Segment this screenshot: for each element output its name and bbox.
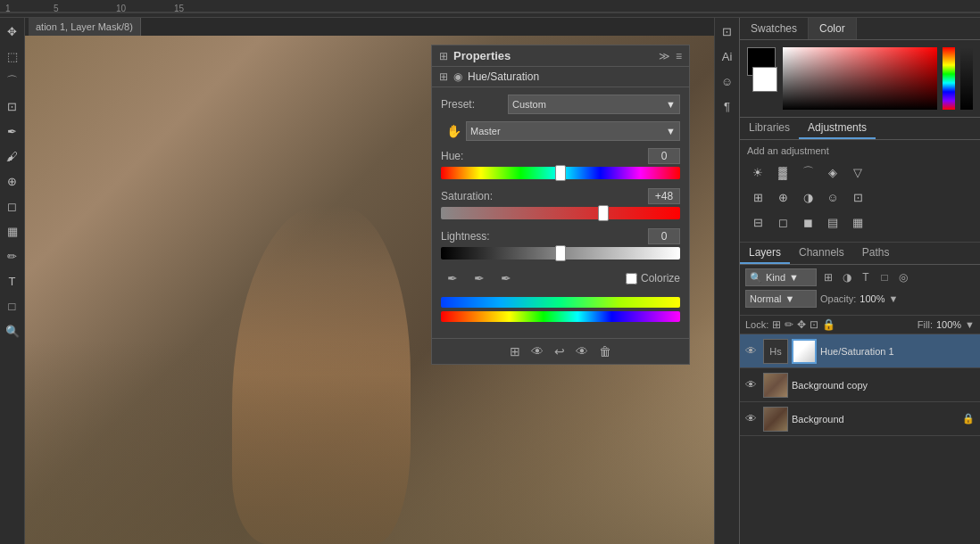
layer-item-2[interactable]: 👁 Background 🔒 (740, 402, 980, 436)
footer-reset-icon[interactable]: ↩ (554, 344, 565, 359)
panel-toolbar: ⊞ ◉ Hue/Saturation (432, 67, 689, 87)
adj-bw-icon[interactable]: ◑ (797, 186, 818, 208)
kind-row: 🔍 Kind ▼ ⊞ ◑ T □ ◎ (745, 268, 975, 286)
lock-draw-icon[interactable]: ✏ (785, 318, 793, 331)
text-tool[interactable]: T (3, 271, 22, 291)
clone-tool[interactable]: ⊕ (3, 171, 22, 191)
saturation-track[interactable] (441, 207, 680, 219)
move-tool[interactable]: ✥ (3, 21, 22, 41)
canvas-tab[interactable]: ation 1, Layer Mask/8) (29, 18, 141, 36)
hue-thumb[interactable] (555, 165, 566, 181)
sample-tool-2[interactable]: ✒ (469, 268, 489, 288)
lightness-slider-row: Lightness: 0 (441, 228, 680, 260)
color-hue-strip[interactable] (943, 47, 955, 110)
adj-curves-icon[interactable]: ⌒ (797, 161, 818, 183)
adj-photo-icon[interactable]: ☺ (822, 186, 843, 208)
lock-all-icon[interactable]: 🔒 (822, 318, 835, 331)
adj-vibrance-icon[interactable]: ▽ (847, 161, 868, 183)
adj-threshold-icon[interactable]: ▤ (822, 211, 843, 233)
opacity-row: Opacity: 100% ▼ (820, 293, 898, 304)
gradient-tool[interactable]: ▦ (3, 221, 22, 241)
channels-tab[interactable]: Channels (790, 243, 853, 264)
eyedropper-tool[interactable]: ✒ (3, 121, 22, 141)
sample-tool-1[interactable]: ✒ (443, 268, 462, 288)
colorize-label: Colorize (641, 272, 680, 284)
left-toolbar: ✥ ⬚ ⌒ ⊡ ✒ 🖌 ⊕ ◻ ▦ ✏ T □ 🔍 (0, 18, 25, 544)
libraries-tab[interactable]: Libraries (740, 118, 799, 139)
layer-text-icon[interactable]: T (858, 269, 874, 285)
hue-track[interactable] (441, 167, 680, 179)
panel-menu-icon[interactable]: ≡ (676, 50, 682, 62)
lightness-label: Lightness: (441, 230, 490, 243)
background-swatch[interactable] (752, 67, 777, 92)
sample-tool-3[interactable]: ✒ (496, 268, 516, 288)
select-tool[interactable]: ⬚ (3, 46, 22, 66)
lock-artboard-icon[interactable]: ⊡ (810, 318, 818, 331)
brush-tool[interactable]: 🖌 (3, 146, 22, 166)
saturation-value: +48 (648, 188, 680, 204)
saturation-thumb[interactable] (598, 205, 609, 221)
adj-poster-icon[interactable]: ◼ (797, 211, 818, 233)
layer-pixel-icon[interactable]: ⊞ (820, 269, 836, 285)
search-icon: 🔍 (750, 272, 762, 284)
lock-move-icon[interactable]: ✥ (797, 318, 806, 331)
footer-clip-icon[interactable]: ⊞ (510, 344, 520, 359)
color-gradient[interactable] (783, 47, 937, 110)
layer-2-eye[interactable]: 👁 (745, 412, 760, 425)
swatches-tab[interactable]: Swatches (740, 18, 809, 39)
lasso-tool[interactable]: ⌒ (3, 71, 22, 91)
adj-colorbal-icon[interactable]: ⊕ (772, 186, 793, 208)
preset-dropdown[interactable]: Custom ▼ (508, 95, 680, 114)
adj-exposure-icon[interactable]: ◈ (822, 161, 843, 183)
panel-subtitle: Hue/Saturation (468, 70, 539, 83)
lightness-thumb[interactable] (555, 245, 566, 261)
pen-tool[interactable]: ✏ (3, 246, 22, 266)
blend-mode-dropdown[interactable]: Normal ▼ (745, 290, 817, 308)
lightness-track[interactable] (441, 247, 680, 260)
adj-color-lookup-icon[interactable]: ⊟ (747, 211, 768, 233)
layer-0-mask-thumb (792, 339, 817, 364)
canvas-area: ation 1, Layer Mask/8) ⊞ Properties ≫ ≡ (25, 18, 714, 544)
adj-gradient-icon[interactable]: ▦ (847, 211, 868, 233)
layer-smart-icon[interactable]: ◎ (895, 269, 911, 285)
layers-list: 👁 Hs Hue/Saturation 1 👁 Background copy … (740, 334, 980, 436)
paths-tab[interactable]: Paths (853, 243, 899, 264)
sidebar-para-icon[interactable]: ¶ (718, 96, 737, 116)
eraser-tool[interactable]: ◻ (3, 196, 22, 216)
adj-brightness-icon[interactable]: ☀ (747, 161, 768, 183)
crop-tool[interactable]: ⊡ (3, 96, 22, 116)
lightness-header: Lightness: 0 (441, 228, 680, 244)
layer-1-eye[interactable]: 👁 (745, 378, 760, 392)
layers-tab[interactable]: Layers (740, 243, 790, 264)
layer-0-eye[interactable]: 👁 (745, 344, 760, 358)
panel-title-area: ⊞ Properties (439, 49, 511, 62)
zoom-tool[interactable]: 🔍 (3, 321, 22, 341)
color-alpha-strip[interactable] (960, 47, 973, 110)
channel-dropdown[interactable]: Master ▼ (466, 121, 680, 141)
footer-delete-icon[interactable]: 🗑 (599, 344, 611, 359)
sidebar-face-icon[interactable]: ☺ (718, 71, 737, 91)
panel-footer: ⊞ 👁 ↩ 👁 🗑 (432, 338, 689, 364)
layer-item-1[interactable]: 👁 Background copy (740, 368, 980, 402)
hand-icon: ✋ (441, 124, 466, 138)
adj-invert-icon[interactable]: ◻ (772, 211, 793, 233)
panel-expand-icon[interactable]: ≫ (659, 50, 670, 62)
layer-item-0[interactable]: 👁 Hs Hue/Saturation 1 (740, 334, 980, 368)
layer-shape-icon[interactable]: □ (876, 269, 893, 285)
footer-vis-icon[interactable]: 👁 (576, 344, 588, 359)
adj-huesat-icon[interactable]: ⊞ (747, 186, 768, 208)
adj-mix-icon[interactable]: ⊡ (847, 186, 868, 208)
lock-pixel-icon[interactable]: ⊞ (772, 318, 781, 331)
kind-dropdown[interactable]: 🔍 Kind ▼ (745, 268, 817, 286)
sidebar-art-icon[interactable]: Ai (718, 46, 737, 66)
sidebar-history-icon[interactable]: ⊡ (718, 21, 737, 41)
layer-adj-icon[interactable]: ◑ (839, 269, 855, 285)
kind-chevron: ▼ (789, 272, 799, 283)
color-tab[interactable]: Color (809, 18, 857, 39)
footer-eye-icon[interactable]: 👁 (531, 344, 544, 359)
colorize-checkbox[interactable] (626, 273, 637, 284)
shape-tool[interactable]: □ (3, 296, 22, 316)
adj-levels-icon[interactable]: ▓ (772, 161, 793, 183)
adjustments-tab[interactable]: Adjustments (799, 118, 876, 139)
opacity-arrow: ▼ (889, 293, 899, 304)
